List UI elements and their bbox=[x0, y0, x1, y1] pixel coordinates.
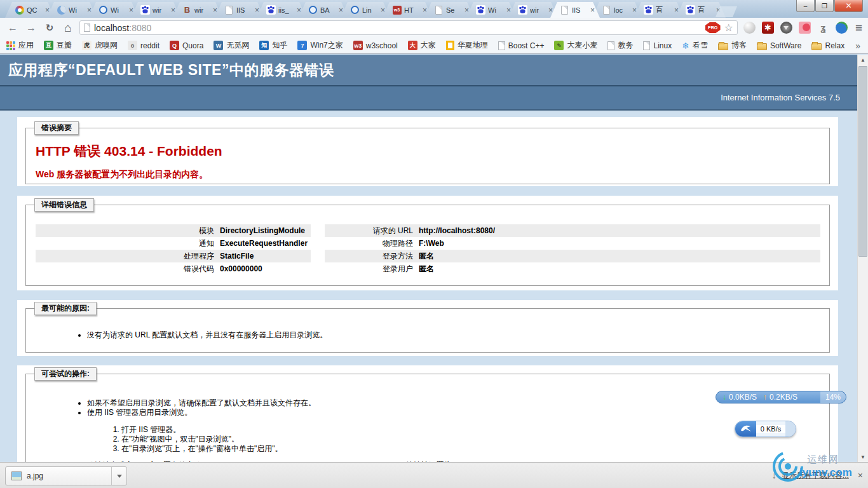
tab-close-icon[interactable]: × bbox=[381, 7, 385, 13]
globe-extension-icon[interactable] bbox=[743, 22, 756, 34]
browser-tab[interactable]: QC× bbox=[5, 2, 55, 18]
url-text[interactable]: localhost:8080 bbox=[94, 23, 702, 33]
bookmark-item[interactable]: 虎虎嗅网 bbox=[82, 40, 118, 51]
bookmark-item[interactable]: 知知乎 bbox=[259, 40, 287, 51]
vertical-scrollbar[interactable]: ▲ ▼ bbox=[857, 55, 868, 462]
restore-button[interactable]: ❐ bbox=[815, 0, 834, 12]
bookmark-star-icon[interactable]: ☆ bbox=[724, 22, 733, 34]
wheel-extension-icon[interactable] bbox=[780, 22, 792, 34]
paw-favicon-icon bbox=[518, 5, 527, 15]
bookmark-item[interactable]: Linux bbox=[643, 41, 672, 50]
tab-close-icon[interactable]: × bbox=[213, 7, 217, 13]
error-summary-legend: 错误摘要 bbox=[34, 121, 79, 135]
menu-icon[interactable]: ≡ bbox=[855, 21, 862, 35]
browser-tab[interactable]: Wi× bbox=[47, 2, 97, 18]
likely-causes-list: 没有为请求的 URL 配置默认文档，并且没有在服务器上启用目录浏览。 bbox=[87, 330, 829, 340]
back-icon[interactable]: ← bbox=[6, 22, 20, 34]
show-all-downloads-link[interactable]: 显示所有下载内容... bbox=[782, 470, 849, 481]
bookmark-item[interactable]: 博客 bbox=[718, 40, 747, 51]
tab-close-icon[interactable]: × bbox=[45, 7, 50, 13]
tab-close-icon[interactable]: × bbox=[255, 7, 259, 13]
bookmark-item[interactable]: ✎大麦小麦 bbox=[554, 40, 597, 51]
detail-label: 模块 bbox=[36, 226, 220, 236]
tab-close-icon[interactable]: × bbox=[632, 7, 637, 13]
detail-row: 请求的 URLhttp://localhost:8080/ bbox=[325, 224, 820, 237]
browser-tab[interactable]: Wi× bbox=[89, 2, 139, 18]
bookmark-item[interactable]: 教务 bbox=[607, 40, 633, 51]
bookmark-item[interactable]: w3w3school bbox=[353, 41, 398, 50]
bookmark-item[interactable]: QQuora bbox=[170, 41, 203, 50]
bookmark-item[interactable]: 应用 bbox=[6, 40, 34, 51]
download-bar-close-icon[interactable]: × bbox=[858, 470, 863, 480]
bookmark-item[interactable]: öreddit bbox=[128, 41, 159, 50]
tab-close-icon[interactable]: × bbox=[339, 7, 343, 13]
scroll-down-icon[interactable]: ▼ bbox=[858, 452, 868, 462]
bookmarks-overflow-chevron[interactable]: » bbox=[855, 41, 860, 51]
tab-close-icon[interactable]: × bbox=[87, 7, 92, 13]
tab-close-icon[interactable]: × bbox=[590, 7, 595, 13]
tab-close-icon[interactable]: × bbox=[171, 7, 175, 13]
browser-tab[interactable]: iis_× bbox=[257, 2, 306, 18]
home-icon[interactable]: ⌂ bbox=[61, 21, 75, 35]
bookmark-item[interactable]: 大大家 bbox=[408, 40, 436, 51]
close-button[interactable]: ✕ bbox=[834, 0, 863, 12]
browser-tab[interactable]: Bwir× bbox=[173, 2, 222, 18]
download-item-caret[interactable] bbox=[111, 467, 126, 485]
detail-row: 通知ExecuteRequestHandler bbox=[36, 237, 311, 250]
detail-label: 登录用户 bbox=[325, 264, 419, 274]
downloader-speed-widget[interactable]: 0 KB/s bbox=[735, 421, 796, 437]
tab-close-icon[interactable]: × bbox=[674, 7, 679, 13]
sphere-extension-icon[interactable] bbox=[836, 22, 848, 34]
pro-badge[interactable]: PRO bbox=[705, 22, 721, 33]
network-speed-widget[interactable]: ↓ 0.0KB/S ↑ 0.2KB/S 14% bbox=[715, 391, 846, 403]
browser-tab[interactable]: BA× bbox=[299, 2, 348, 18]
browser-tab[interactable]: Wi× bbox=[466, 2, 516, 18]
asterisk-extension-icon[interactable]: ✱ bbox=[762, 22, 774, 34]
bookmark-item[interactable]: Boost C++ bbox=[498, 41, 545, 50]
bookmark-item[interactable]: Relax bbox=[811, 41, 844, 50]
download-item[interactable]: a.jpg bbox=[5, 466, 127, 485]
tab-close-icon[interactable]: × bbox=[506, 7, 511, 13]
bookmark-item[interactable]: 7Win7之家 bbox=[297, 40, 342, 51]
tab-close-icon[interactable]: × bbox=[423, 7, 427, 13]
bookmark-tile-icon: 豆 bbox=[44, 41, 53, 50]
tab-close-icon[interactable]: × bbox=[129, 7, 133, 13]
browser-tab[interactable]: Lin× bbox=[341, 2, 390, 18]
qq-favicon-icon bbox=[15, 5, 24, 15]
scrollbar-thumb[interactable] bbox=[858, 66, 867, 257]
bookmark-item[interactable]: W无觅网 bbox=[214, 40, 249, 51]
minimize-button[interactable]: – bbox=[796, 0, 815, 12]
download-filename: a.jpg bbox=[27, 471, 111, 480]
tab-close-icon[interactable]: × bbox=[548, 7, 553, 13]
browser-tab[interactable]: wir× bbox=[131, 2, 180, 18]
address-bar[interactable]: localhost:8080 PRO ☆ bbox=[79, 20, 738, 35]
tab-close-icon[interactable]: × bbox=[297, 7, 301, 13]
browser-tab[interactable]: IIS× bbox=[550, 2, 600, 18]
forward-icon[interactable]: → bbox=[24, 22, 38, 34]
browser-tab[interactable]: Se× bbox=[424, 2, 474, 18]
detail-value: http://localhost:8080/ bbox=[419, 226, 495, 235]
detail-label: 处理程序 bbox=[36, 251, 220, 262]
tab-label: wir bbox=[194, 6, 210, 14]
gecko-extension-icon[interactable]: ʓ bbox=[817, 22, 829, 34]
bookmark-label: 看雪 bbox=[693, 40, 708, 51]
bookmark-item[interactable]: SoftWare bbox=[757, 41, 802, 50]
browser-tab[interactable]: loc× bbox=[592, 2, 642, 18]
bookmark-item[interactable]: ❄看雪 bbox=[682, 40, 708, 51]
likely-causes-legend: 最可能的原因: bbox=[34, 302, 97, 315]
bookmark-item[interactable]: 华夏地理 bbox=[446, 40, 488, 51]
bookmark-tile-icon: 知 bbox=[259, 41, 269, 50]
detail-value: 匿名 bbox=[419, 264, 434, 274]
reload-icon[interactable]: ↻ bbox=[43, 22, 57, 34]
browser-tab[interactable]: wir× bbox=[508, 2, 558, 18]
browser-tab[interactable]: w3HT× bbox=[383, 2, 432, 18]
scroll-up-icon[interactable]: ▲ bbox=[858, 55, 868, 65]
bookmark-label: SoftWare bbox=[770, 41, 802, 50]
browser-tab[interactable]: IIS× bbox=[215, 2, 264, 18]
tab-close-icon[interactable]: × bbox=[465, 7, 469, 13]
bookmark-label: 无觅网 bbox=[226, 40, 249, 51]
bookmark-item[interactable]: 豆豆瓣 bbox=[44, 40, 72, 51]
browser-tab[interactable]: 百× bbox=[634, 2, 684, 18]
flag-extension-icon[interactable] bbox=[799, 22, 811, 34]
bookmark-tile-icon: Q bbox=[170, 41, 179, 50]
